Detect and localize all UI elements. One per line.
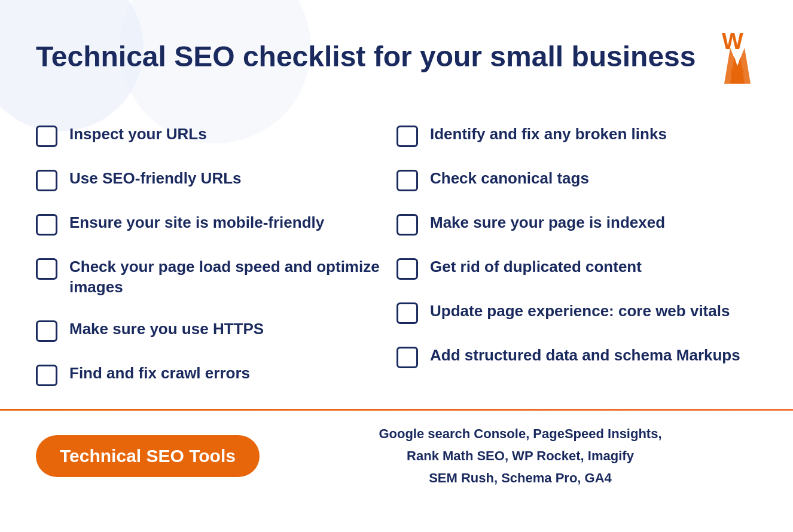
item-text-1: Inspect your URLs: [69, 124, 207, 145]
list-item: Make sure your page is indexed: [396, 202, 757, 246]
checkbox-10[interactable]: [396, 258, 418, 280]
checkbox-5[interactable]: [36, 320, 57, 342]
item-text-7: Identify and fix any broken links: [430, 124, 667, 145]
item-text-4: Check your page load speed and optimize …: [69, 257, 396, 298]
footer: Technical SEO Tools Google search Consol…: [0, 411, 793, 502]
list-item: Identify and fix any broken links: [396, 114, 757, 158]
list-item: Make sure you use HTTPS: [36, 308, 396, 353]
item-text-3: Ensure your site is mobile-friendly: [69, 213, 324, 233]
checklist-left-column: Inspect your URLs Use SEO-friendly URLs …: [36, 114, 396, 397]
list-item: Add structured data and schema Markups: [396, 335, 757, 379]
item-text-10: Get rid of duplicated content: [430, 257, 642, 277]
main-container: Technical SEO checklist for your small b…: [0, 0, 793, 397]
item-text-12: Add structured data and schema Markups: [430, 346, 740, 366]
logo-container: W: [718, 24, 757, 90]
list-item: Check canonical tags: [396, 158, 757, 202]
checkbox-4[interactable]: [36, 258, 57, 280]
checkbox-11[interactable]: [396, 302, 418, 324]
checkbox-7[interactable]: [396, 126, 418, 147]
checkbox-1[interactable]: [36, 126, 57, 147]
item-text-6: Find and fix crawl errors: [69, 363, 250, 384]
tools-line-1: Google search Console, PageSpeed Insight…: [379, 426, 661, 441]
tools-list: Google search Console, PageSpeed Insight…: [260, 423, 757, 490]
tools-line-3: SEM Rush, Schema Pro, GA4: [429, 470, 612, 485]
w-logo-icon: W: [718, 24, 757, 90]
list-item: Use SEO-friendly URLs: [36, 158, 396, 202]
page-title: Technical SEO checklist for your small b…: [36, 39, 696, 74]
list-item: Inspect your URLs: [36, 114, 396, 158]
list-item: Ensure your site is mobile-friendly: [36, 202, 396, 246]
tools-badge: Technical SEO Tools: [36, 435, 260, 477]
item-text-9: Make sure your page is indexed: [430, 213, 665, 233]
list-item: Update page experience: core web vitals: [396, 291, 757, 335]
item-text-11: Update page experience: core web vitals: [430, 301, 730, 322]
item-text-8: Check canonical tags: [430, 169, 589, 189]
checkbox-6[interactable]: [36, 365, 57, 386]
header: Technical SEO checklist for your small b…: [36, 24, 757, 90]
item-text-5: Make sure you use HTTPS: [69, 319, 264, 340]
svg-text:W: W: [722, 29, 743, 54]
list-item: Check your page load speed and optimize …: [36, 246, 396, 308]
list-item: Find and fix crawl errors: [36, 353, 396, 397]
checklist-right-column: Identify and fix any broken links Check …: [396, 114, 757, 397]
checkbox-2[interactable]: [36, 170, 57, 191]
checkbox-3[interactable]: [36, 214, 57, 236]
checkbox-9[interactable]: [396, 214, 418, 236]
tools-line-2: Rank Math SEO, WP Rocket, Imagify: [407, 448, 634, 463]
checkbox-8[interactable]: [396, 170, 418, 191]
list-item: Get rid of duplicated content: [396, 246, 757, 291]
item-text-2: Use SEO-friendly URLs: [69, 169, 242, 189]
checkbox-12[interactable]: [396, 347, 418, 368]
checklist-grid: Inspect your URLs Use SEO-friendly URLs …: [36, 114, 757, 397]
